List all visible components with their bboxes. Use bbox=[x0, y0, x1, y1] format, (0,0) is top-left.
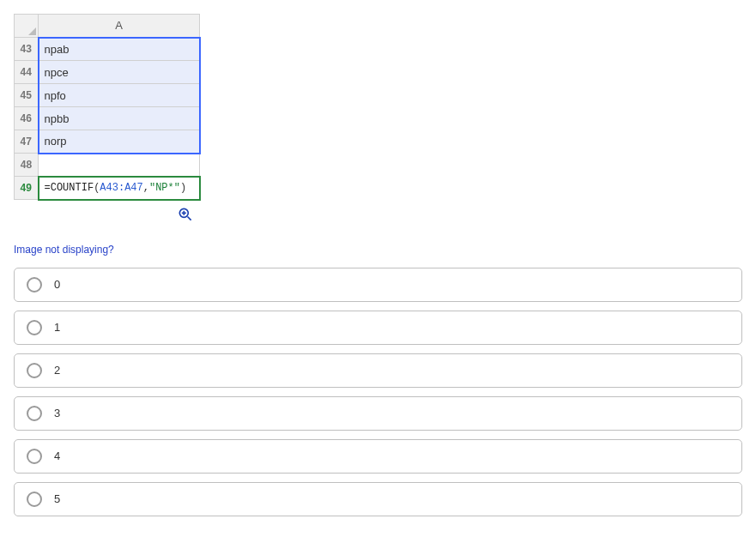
row-header: 43 bbox=[15, 38, 39, 61]
option-0[interactable]: 0 bbox=[14, 268, 742, 302]
cell-a49-formula: =COUNTIF(A43:A47,"NP*") bbox=[39, 177, 200, 200]
zoom-icon[interactable] bbox=[177, 206, 197, 226]
column-header-a: A bbox=[39, 15, 200, 38]
row-header-active: 49 bbox=[15, 177, 39, 200]
option-4[interactable]: 4 bbox=[14, 439, 742, 474]
radio-icon bbox=[27, 320, 42, 335]
radio-icon bbox=[27, 363, 42, 378]
option-label: 3 bbox=[54, 407, 60, 419]
cell-a47: norp bbox=[39, 130, 200, 154]
row-header: 44 bbox=[15, 61, 39, 84]
image-not-displaying-link[interactable]: Image not displaying? bbox=[14, 244, 114, 256]
sheet-corner bbox=[15, 15, 39, 38]
cell-a44: npce bbox=[39, 61, 200, 84]
option-3[interactable]: 3 bbox=[14, 396, 742, 431]
cell-a46: npbb bbox=[39, 107, 200, 130]
option-label: 5 bbox=[54, 492, 60, 505]
cell-a45: npfo bbox=[39, 84, 200, 107]
answer-options: 0 1 2 3 4 5 bbox=[14, 268, 742, 516]
option-5[interactable]: 5 bbox=[14, 482, 742, 516]
row-header: 47 bbox=[15, 130, 39, 154]
option-1[interactable]: 1 bbox=[14, 311, 742, 345]
radio-icon bbox=[27, 406, 42, 421]
formula-range-ref: A43:A47 bbox=[100, 182, 142, 194]
spreadsheet: A 43 npab 44 npce 45 npfo 46 npbb 47 nor… bbox=[14, 14, 201, 201]
row-header: 45 bbox=[15, 84, 39, 107]
formula-close-paren: ) bbox=[180, 182, 186, 194]
cell-a48 bbox=[39, 154, 200, 177]
radio-icon bbox=[27, 277, 42, 293]
radio-icon bbox=[27, 449, 42, 464]
cell-a43: npab bbox=[39, 38, 200, 61]
formula-comma: , bbox=[143, 182, 149, 194]
option-label: 2 bbox=[54, 364, 60, 377]
formula-criteria: "NP*" bbox=[149, 182, 180, 194]
row-header: 48 bbox=[15, 154, 39, 177]
formula-equals: = bbox=[45, 182, 51, 194]
option-label: 0 bbox=[54, 278, 60, 291]
row-header: 46 bbox=[15, 107, 39, 130]
formula-function: COUNTIF bbox=[51, 182, 94, 194]
radio-icon bbox=[27, 492, 42, 507]
option-label: 1 bbox=[54, 321, 60, 334]
option-2[interactable]: 2 bbox=[14, 353, 742, 388]
svg-line-1 bbox=[188, 216, 191, 220]
option-label: 4 bbox=[54, 449, 60, 462]
